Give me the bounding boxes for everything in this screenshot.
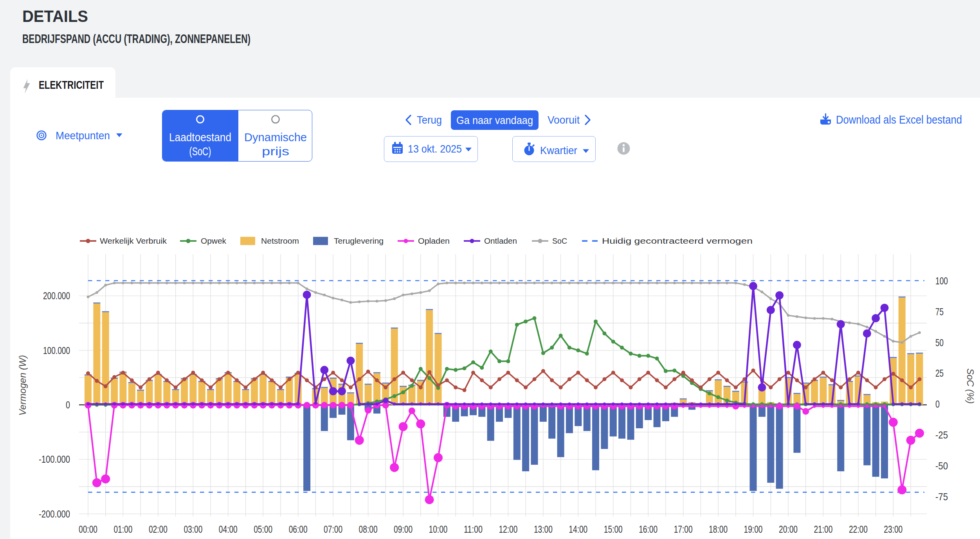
svg-text:-200.000: -200.000: [39, 508, 70, 520]
svg-text:DETAILS: DETAILS: [22, 7, 88, 25]
svg-text:16:00: 16:00: [639, 523, 658, 535]
svg-text:Vooruit: Vooruit: [548, 114, 580, 126]
svg-text:Meetpunten: Meetpunten: [56, 129, 110, 142]
svg-text:-100.000: -100.000: [39, 453, 70, 465]
svg-text:02:00: 02:00: [149, 523, 168, 535]
svg-text:19:00: 19:00: [744, 523, 763, 535]
svg-text:Laadtoestand: Laadtoestand: [169, 131, 231, 144]
svg-text:Vermogen (W): Vermogen (W): [17, 355, 28, 415]
svg-text:50: 50: [935, 337, 944, 349]
svg-text:23:00: 23:00: [884, 523, 903, 535]
svg-text:17:00: 17:00: [674, 523, 693, 535]
svg-text:Opladen: Opladen: [418, 237, 450, 245]
svg-text:12:00: 12:00: [499, 523, 517, 535]
svg-text:14:00: 14:00: [569, 523, 587, 535]
svg-text:09:00: 09:00: [394, 523, 413, 535]
svg-text:Ga naar vandaag: Ga naar vandaag: [456, 114, 533, 126]
svg-text:03:00: 03:00: [184, 523, 202, 535]
svg-text:21:00: 21:00: [814, 523, 832, 535]
svg-text:06:00: 06:00: [289, 523, 308, 535]
svg-text:-25: -25: [935, 429, 948, 441]
svg-text:08:00: 08:00: [359, 523, 378, 535]
svg-text:10:00: 10:00: [429, 523, 448, 535]
svg-text:00:00: 00:00: [79, 523, 97, 535]
svg-text:200.000: 200.000: [43, 290, 70, 302]
svg-text:25: 25: [935, 367, 944, 379]
svg-text:Ontladen: Ontladen: [484, 237, 517, 245]
svg-text:Kwartier: Kwartier: [540, 144, 577, 156]
svg-text:11:00: 11:00: [464, 523, 483, 535]
svg-text:0: 0: [935, 398, 940, 410]
svg-text:Netstroom: Netstroom: [261, 237, 299, 245]
svg-text:18:00: 18:00: [709, 523, 728, 535]
svg-text:Teruglevering: Teruglevering: [334, 237, 384, 245]
svg-text:(SoC): (SoC): [189, 145, 211, 158]
svg-text:Huidig gecontracteerd vermogen: Huidig gecontracteerd vermogen: [602, 237, 753, 245]
svg-text:100: 100: [935, 275, 948, 287]
svg-text:-75: -75: [935, 491, 948, 503]
svg-text:01:00: 01:00: [113, 523, 132, 535]
svg-text:05:00: 05:00: [254, 523, 272, 535]
svg-text:BEDRIJFSPAND (ACCU (TRADING),: BEDRIJFSPAND (ACCU (TRADING), ZONNEPANEL…: [22, 32, 250, 46]
svg-text:Download als Excel bestand: Download als Excel bestand: [836, 113, 962, 126]
svg-text:100.000: 100.000: [43, 345, 70, 356]
svg-text:0: 0: [66, 399, 70, 411]
svg-text:-50: -50: [935, 460, 948, 472]
svg-text:Dynamische: Dynamische: [244, 131, 307, 144]
svg-text:75: 75: [935, 306, 944, 318]
svg-text:Werkelijk Verbruik: Werkelijk Verbruik: [100, 237, 167, 245]
svg-text:Terug: Terug: [417, 114, 442, 126]
svg-text:Opwek: Opwek: [201, 237, 226, 245]
svg-text:04:00: 04:00: [219, 523, 238, 535]
svg-text:SoC (%): SoC (%): [965, 368, 976, 404]
svg-text:13:00: 13:00: [534, 523, 553, 535]
svg-text:22:00: 22:00: [849, 523, 868, 535]
svg-text:15:00: 15:00: [604, 523, 623, 535]
svg-text:prijs: prijs: [262, 145, 289, 158]
svg-text:ELEKTRICITEIT: ELEKTRICITEIT: [39, 79, 104, 91]
svg-text:07:00: 07:00: [324, 523, 342, 535]
svg-text:13 okt. 2025: 13 okt. 2025: [408, 143, 462, 155]
svg-text:20:00: 20:00: [779, 523, 798, 535]
svg-text:SoC: SoC: [552, 237, 567, 245]
